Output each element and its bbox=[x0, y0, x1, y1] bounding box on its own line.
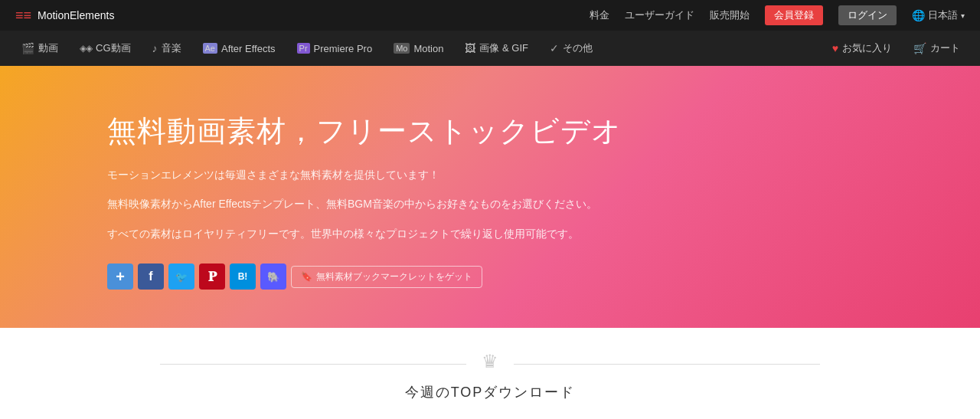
nav-item-premiere[interactable]: Pr Premiere Pro bbox=[288, 31, 382, 66]
nav-item-cg[interactable]: ◈◈ CG動画 bbox=[70, 31, 140, 66]
logo-icon: ≡≡ bbox=[15, 8, 31, 24]
twitter-button[interactable]: 🐦 bbox=[168, 264, 194, 290]
hero-desc2: 無料映像素材からAfter Effectsテンプレート、無料BGM音楽の中からお… bbox=[107, 195, 934, 212]
music-icon: ♪ bbox=[152, 42, 158, 54]
main-nav-left: 🎬 動画 ◈◈ CG動画 ♪ 音楽 Ae After Effects Pr Pr… bbox=[12, 31, 602, 66]
divider-right bbox=[514, 364, 820, 365]
section-header: ♛ bbox=[466, 351, 514, 377]
crown-icon: ♛ bbox=[482, 351, 498, 372]
hero-section: 無料動画素材，フリーストックビデオ モーションエレメンツは毎週さまざまな無料素材… bbox=[0, 66, 980, 328]
logo-area: ≡≡ MotionElements bbox=[15, 8, 114, 24]
nav-item-music[interactable]: ♪ 音楽 bbox=[143, 31, 191, 66]
social-buttons: + f 🐦 𝐏 B! 🐘 🔖 無料素材ブックマークレットをゲット bbox=[107, 264, 934, 290]
hero-desc3: すべての素材はロイヤリティフリーです。世界中の様々なプロジェクトで繰り返し使用可… bbox=[107, 225, 934, 242]
mastodon-button[interactable]: 🐘 bbox=[260, 264, 286, 290]
register-button[interactable]: 会員登録 bbox=[765, 5, 823, 25]
hatena-button[interactable]: B! bbox=[230, 264, 256, 290]
nav-cg-label: CG動画 bbox=[96, 41, 131, 55]
facebook-button[interactable]: f bbox=[138, 264, 164, 290]
bookmark-button[interactable]: 🔖 無料素材ブックマークレットをゲット bbox=[291, 266, 482, 288]
motion-icon: Mo bbox=[394, 43, 410, 54]
chevron-down-icon: ▾ bbox=[961, 11, 965, 20]
nav-music-label: 音楽 bbox=[162, 41, 181, 55]
video-icon: 🎬 bbox=[21, 42, 34, 54]
heart-icon: ♥ bbox=[832, 42, 838, 54]
main-navbar: 🎬 動画 ◈◈ CG動画 ♪ 音楽 Ae After Effects Pr Pr… bbox=[0, 31, 980, 66]
nav-video-label: 動画 bbox=[38, 41, 58, 55]
nav-pr-label: Premiere Pro bbox=[314, 43, 373, 54]
nav-item-other[interactable]: ✓ その他 bbox=[541, 31, 602, 66]
cart-icon: 🛒 bbox=[913, 42, 926, 54]
ae-icon: Ae bbox=[203, 43, 217, 54]
cart-link[interactable]: 🛒 カート bbox=[906, 31, 968, 66]
nav-image-label: 画像 & GIF bbox=[479, 41, 528, 55]
start-selling-link[interactable]: 販売開始 bbox=[710, 8, 750, 22]
nav-ae-label: After Effects bbox=[221, 43, 276, 54]
logo-text[interactable]: MotionElements bbox=[38, 9, 114, 21]
main-nav-right: ♥ お気に入り 🛒 カート bbox=[825, 31, 968, 66]
nav-other-label: その他 bbox=[563, 41, 593, 55]
top-nav-right: 料金 ユーザーガイド 販売開始 会員登録 ログイン 🌐 日本語 ▾ bbox=[590, 5, 965, 25]
nav-motion-label: Motion bbox=[413, 43, 443, 54]
bookmark-icon: 🔖 bbox=[301, 271, 312, 282]
favorites-link[interactable]: ♥ お気に入り bbox=[825, 31, 900, 66]
nav-item-image[interactable]: 🖼 画像 & GIF bbox=[456, 31, 537, 66]
divider-left bbox=[160, 364, 466, 365]
language-label: 日本語 bbox=[928, 8, 958, 22]
add-social-button[interactable]: + bbox=[107, 264, 133, 290]
hero-desc1: モーションエレメンツは毎週さまざまな無料素材を提供しています！ bbox=[107, 166, 934, 183]
globe-icon: 🌐 bbox=[912, 9, 925, 21]
nav-item-video[interactable]: 🎬 動画 bbox=[12, 31, 67, 66]
top-navbar: ≡≡ MotionElements 料金 ユーザーガイド 販売開始 会員登録 ロ… bbox=[0, 0, 980, 31]
pricing-link[interactable]: 料金 bbox=[590, 8, 609, 22]
login-button[interactable]: ログイン bbox=[838, 5, 897, 25]
cg-icon: ◈◈ bbox=[80, 43, 92, 54]
favorites-label: お気に入り bbox=[842, 41, 892, 55]
other-icon: ✓ bbox=[550, 42, 559, 54]
pr-icon: Pr bbox=[297, 43, 310, 54]
user-guide-link[interactable]: ユーザーガイド bbox=[625, 8, 694, 22]
top-downloads-title: 今週のTOPダウンロード bbox=[0, 383, 980, 401]
pinterest-button[interactable]: 𝐏 bbox=[199, 264, 225, 290]
image-icon: 🖼 bbox=[465, 42, 475, 54]
bottom-section: ♛ 今週のTOPダウンロード bbox=[0, 328, 980, 409]
nav-item-motion[interactable]: Mo Motion bbox=[384, 31, 452, 66]
cart-label: カート bbox=[930, 41, 960, 55]
hero-title: 無料動画素材，フリーストックビデオ bbox=[107, 112, 934, 151]
bookmark-label: 無料素材ブックマークレットをゲット bbox=[316, 270, 472, 283]
nav-item-aftereffects[interactable]: Ae After Effects bbox=[194, 31, 285, 66]
section-divider: ♛ bbox=[0, 351, 980, 377]
language-selector[interactable]: 🌐 日本語 ▾ bbox=[912, 8, 965, 22]
